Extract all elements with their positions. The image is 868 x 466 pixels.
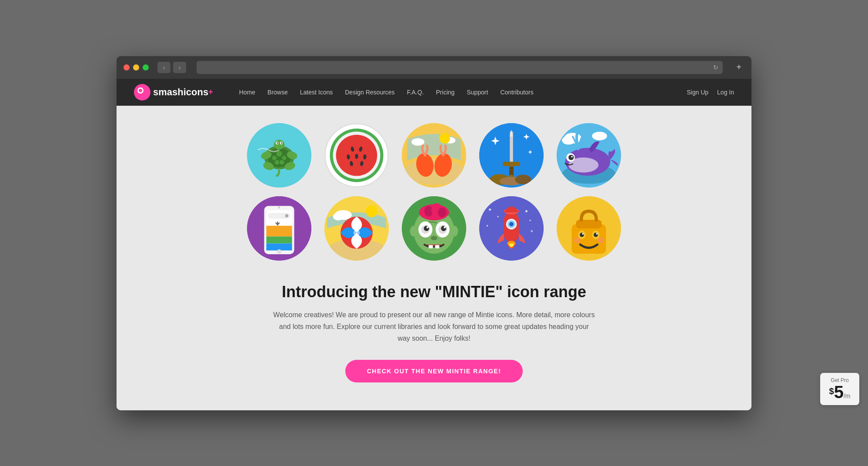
price-dollar: $ (829, 387, 834, 396)
logo-text: smashicons (153, 87, 208, 98)
rocket-icon (479, 196, 544, 261)
get-pro-price: $5/m (826, 383, 853, 401)
log-in-link[interactable]: Log In (717, 89, 734, 96)
svg-point-108 (509, 222, 514, 226)
get-pro-widget[interactable]: Get Pro $5/m (820, 373, 859, 405)
svg-point-35 (404, 158, 464, 185)
sword-svg (479, 123, 544, 188)
watermelon-svg (326, 124, 387, 186)
beachball-svg (324, 196, 389, 261)
svg-rect-64 (266, 236, 292, 243)
reload-icon[interactable]: ↻ (713, 64, 718, 71)
svg-point-99 (497, 216, 499, 218)
price-amount: 5 (834, 382, 844, 402)
close-button[interactable] (124, 64, 130, 70)
svg-point-73 (333, 213, 344, 220)
svg-rect-63 (266, 225, 292, 236)
icon-grid (117, 123, 751, 261)
svg-rect-44 (509, 171, 514, 172)
svg-point-101 (529, 219, 531, 221)
svg-point-59 (571, 156, 573, 158)
svg-point-103 (531, 230, 533, 232)
sword-icon (479, 123, 544, 188)
browser-nav: ‹ › (157, 62, 186, 73)
svg-point-92 (431, 236, 437, 240)
svg-point-91 (444, 226, 446, 228)
svg-point-70 (277, 249, 281, 254)
svg-point-83 (438, 207, 447, 217)
svg-point-67 (278, 206, 280, 208)
svg-point-95 (410, 225, 417, 236)
nav-faq[interactable]: F.A.Q. (407, 89, 424, 96)
zombie-icon (402, 196, 466, 261)
svg-point-11 (274, 140, 285, 149)
svg-point-58 (568, 154, 574, 160)
site-main: Introducing the new "MINTIE" icon range … (117, 106, 751, 410)
nav-contributors[interactable]: Contributors (500, 89, 533, 96)
svg-point-32 (411, 138, 424, 145)
svg-point-14 (277, 142, 278, 144)
svg-rect-112 (576, 220, 601, 228)
svg-point-90 (441, 225, 446, 231)
back-button[interactable]: ‹ (157, 62, 170, 73)
browser-window: ‹ › ↻ + smashicons+ Home Browse Late (117, 56, 751, 410)
svg-point-69 (285, 214, 288, 217)
logo-icon (134, 84, 150, 101)
svg-rect-43 (509, 168, 514, 169)
zombie-svg (402, 196, 466, 261)
bag-svg (557, 196, 621, 261)
svg-point-15 (281, 142, 282, 144)
icon-row-2 (247, 196, 621, 261)
turtle-svg (247, 123, 311, 188)
maximize-button[interactable] (143, 64, 149, 70)
nav-auth: Sign Up Log In (687, 89, 734, 96)
svg-point-98 (489, 208, 491, 211)
minimize-button[interactable] (133, 64, 139, 70)
beachball-icon (324, 196, 389, 261)
site-logo[interactable]: smashicons+ (134, 84, 213, 101)
hero-title: Introducing the new "MINTIE" icon range (273, 282, 595, 301)
svg-rect-93 (429, 245, 433, 248)
cta-button[interactable]: CHECK OUT THE NEW MINTIE RANGE! (345, 360, 523, 382)
svg-point-96 (451, 225, 458, 236)
logo-plus: + (208, 87, 213, 97)
svg-point-119 (574, 237, 580, 243)
svg-point-34 (439, 133, 450, 144)
forward-button[interactable]: › (173, 62, 186, 73)
turtle-icon (247, 123, 311, 188)
svg-rect-94 (435, 245, 439, 248)
nav-design-resources[interactable]: Design Resources (345, 89, 394, 96)
price-period: /m (844, 392, 851, 399)
svg-point-87 (427, 226, 429, 228)
sign-up-link[interactable]: Sign Up (687, 89, 708, 96)
svg-point-100 (525, 210, 527, 212)
nav-browse[interactable]: Browse (267, 89, 288, 96)
phone-icon (247, 196, 311, 261)
browser-titlebar: ‹ › ↻ + (117, 56, 751, 79)
flipflops-icon (402, 123, 466, 188)
icon-row-1 (247, 123, 621, 188)
phone-svg (247, 196, 311, 261)
svg-point-2 (139, 89, 142, 92)
new-tab-button[interactable]: + (733, 62, 744, 73)
nav-support[interactable]: Support (467, 89, 488, 96)
website-content: smashicons+ Home Browse Latest Icons Des… (117, 79, 751, 410)
svg-point-102 (487, 225, 488, 226)
nav-latest-icons[interactable]: Latest Icons (300, 89, 333, 96)
watermelon-icon (324, 123, 389, 188)
svg-point-86 (424, 225, 429, 231)
nav-home[interactable]: Home (239, 89, 255, 96)
svg-rect-41 (503, 161, 520, 166)
nav-links: Home Browse Latest Icons Design Resource… (239, 88, 687, 96)
rocket-svg (479, 196, 544, 261)
nav-pricing[interactable]: Pricing (436, 89, 455, 96)
whale-svg (557, 123, 621, 188)
bag-icon (557, 196, 621, 261)
svg-point-74 (366, 205, 377, 217)
svg-point-77 (354, 229, 360, 236)
hero-description: Welcome creatives! We are proud to prese… (273, 309, 595, 345)
address-bar[interactable]: ↻ (197, 61, 723, 74)
svg-point-49 (515, 174, 531, 184)
svg-point-117 (582, 233, 584, 235)
hero-text: Introducing the new "MINTIE" icon range … (264, 282, 604, 383)
